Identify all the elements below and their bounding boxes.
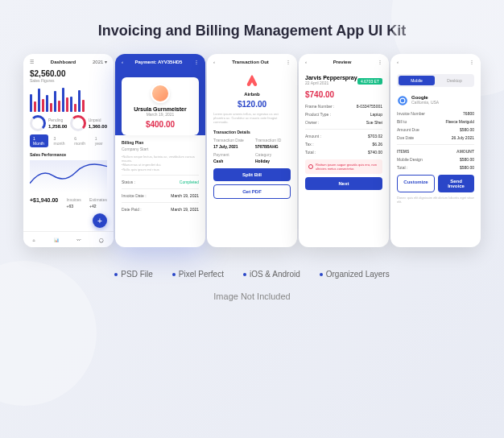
back-icon[interactable]: ‹ [213, 60, 215, 64]
more-icon[interactable]: ⋮ [469, 59, 474, 64]
screen-preview: ‹ Preview ⋮ Jarvis Pepperspray 22 April … [299, 54, 389, 247]
more-icon[interactable]: ⋮ [286, 59, 291, 64]
payment-id: Payment: AYV35HD5 [135, 60, 183, 64]
screen-transaction: ‹ Transaction Out ⋮ Airbnb $120.00 Lorem… [207, 54, 297, 247]
warning-icon [308, 164, 313, 169]
payment-amount: $400.00 [128, 120, 192, 129]
customize-button[interactable]: Customize [397, 175, 435, 192]
feature-layers: Organized Layers [326, 270, 390, 279]
amt-label: Amount : [305, 134, 321, 138]
preview-date: 22 April 2021 [305, 81, 357, 85]
screen-dashboard: ☰ Dashboard 2021 ▾ $2,560.00 Sales Figur… [23, 54, 114, 247]
feature-pixel: Pixel Perfect [179, 270, 224, 279]
tax-value: $6.26 [372, 142, 382, 147]
billto-value: Fleece Marigold [445, 119, 474, 124]
amtdue-label: Amount Due [397, 127, 419, 132]
transid-value: 57678BAHG [255, 144, 291, 149]
screen-payment: ‹ Payment: AYV35HD5 ⋮ Ursula Gurnmeister… [115, 54, 205, 247]
invdate-value: March 19, 2021 [171, 193, 199, 198]
total-label: Total : [397, 165, 407, 170]
get-pdf-button[interactable]: Get PDF [213, 184, 291, 199]
more-icon[interactable]: ⋮ [378, 59, 382, 64]
period-tabs: 1 Month 3 month 6 month 1 year [30, 134, 107, 147]
payment-date: March 19, 2021 [128, 112, 192, 117]
google-logo [397, 95, 408, 106]
transid-label: Transaction ID [255, 138, 291, 143]
perf-label: Sales Performance [30, 152, 107, 157]
tab-1month[interactable]: 1 Month [30, 134, 48, 147]
header-title: Preview [333, 60, 352, 64]
status-value: Completed [180, 180, 199, 184]
more-icon[interactable]: ⋮ [194, 59, 199, 64]
invoices-count: +63 [66, 204, 81, 209]
next-button[interactable]: Next [305, 177, 382, 190]
nav-home-icon[interactable]: ⌂ [32, 238, 35, 242]
phone-mockups: ☰ Dashboard 2021 ▾ $2,560.00 Sales Figur… [0, 54, 504, 247]
items-header: ITEMS [397, 149, 409, 154]
plan-sub: Company Start [122, 147, 199, 151]
header-title: Dashboard [51, 60, 76, 64]
split-bill-button[interactable]: Split Bill [213, 168, 291, 181]
owner-label: Owner : [305, 120, 320, 125]
unpaid-donut [70, 115, 86, 131]
year-dropdown[interactable]: 2021 ▾ [93, 59, 107, 64]
tax-label: Tax : [305, 142, 314, 147]
back-icon[interactable]: ‹ [122, 60, 123, 64]
add-fab[interactable]: + [93, 213, 107, 228]
ptype-label: Product Type : [305, 112, 331, 117]
tab-mobile[interactable]: Mobile [399, 76, 435, 85]
plan-desc: •Nullam neque lectus, lacinia ac, vestib… [122, 155, 199, 171]
bar-chart [30, 86, 107, 112]
duedate-label: Due Date [397, 135, 414, 140]
estimates-count: +42 [89, 204, 107, 209]
feature-platform: iOS & Android [250, 270, 300, 279]
status-label: Status : [122, 180, 135, 184]
customer-name: Jarvis Pepperspray [305, 75, 357, 81]
brand-name: Airbnb [207, 92, 297, 97]
pending-donut [30, 115, 46, 131]
trans-desc: Lorem ipsum ameris tellus, ac egestas us… [213, 112, 291, 125]
unpaid-value: 1,360.00 [89, 124, 107, 129]
transdate-label: Transaction Date [213, 138, 249, 143]
datepaid-label: Date Paid : [122, 207, 142, 212]
preview-amount: $740.00 [305, 90, 382, 99]
bottom-nav: ⌂ 📊 〰 ◯ [23, 231, 114, 247]
owner-value: Sue Shei [366, 120, 382, 125]
svg-point-0 [398, 96, 407, 105]
nav-profile-icon[interactable]: ◯ [99, 238, 104, 242]
tab-6month[interactable]: 6 month [71, 134, 89, 147]
bullet-icon [243, 273, 246, 276]
ptype-value: Laptop [370, 112, 382, 117]
item-name: Mobile Design [397, 157, 423, 162]
payment-value: Cash [213, 159, 249, 163]
airbnb-logo [245, 74, 259, 89]
tab-3month[interactable]: 3 month [51, 134, 69, 147]
bullet-icon [172, 273, 176, 276]
invnum-label: Invoice Number [397, 111, 425, 116]
warning-box: Risttam ipsum augue gravida quis ero, no… [305, 159, 382, 174]
sales-amount: $2,560.00 [30, 69, 107, 78]
transaction-amount: $120.00 [207, 100, 297, 109]
tab-desktop[interactable]: Desktop [436, 76, 473, 85]
plan-label: Billing Plan [122, 140, 199, 145]
unpaid-label: Unpaid [89, 118, 107, 122]
invnum-value: 76800 [463, 111, 474, 116]
pending-label: Pending [48, 118, 67, 122]
nav-chart-icon[interactable]: 📊 [54, 238, 59, 242]
details-label: Transaction Details [213, 130, 291, 134]
back-icon[interactable]: ‹ [305, 60, 307, 64]
datepaid-value: March 19, 2021 [171, 207, 199, 212]
menu-icon[interactable]: ☰ [30, 59, 34, 64]
nav-activity-icon[interactable]: 〰 [76, 238, 81, 242]
category-label: Category [255, 152, 291, 157]
back-icon[interactable]: ‹ [397, 60, 399, 64]
tab-1year[interactable]: 1 year [92, 134, 107, 147]
bullet-icon [114, 273, 118, 276]
transdate-value: 17 July, 2021 [213, 144, 249, 149]
company-loc: California, USA [411, 100, 439, 105]
send-invoice-button[interactable]: Send Invoice [438, 175, 474, 192]
total-label: Total : [305, 150, 316, 155]
billto-label: Bill to [397, 119, 407, 124]
payment-label: Payment [213, 152, 249, 157]
amount-header: AMOUNT [456, 149, 474, 154]
